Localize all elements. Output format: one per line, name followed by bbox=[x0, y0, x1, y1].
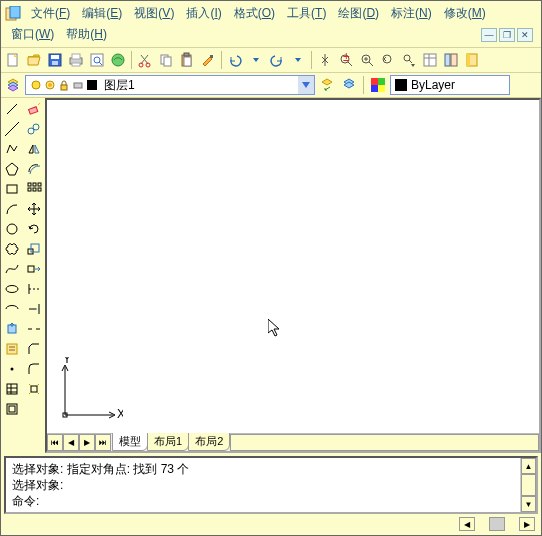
scroll-down-button[interactable]: ▼ bbox=[521, 496, 536, 512]
break-tool[interactable] bbox=[25, 320, 43, 338]
layer-combo[interactable]: 图层1 bbox=[25, 75, 315, 95]
menu-view[interactable]: 视图(V) bbox=[128, 3, 180, 24]
linetype-combo[interactable]: ByLayer bbox=[390, 75, 510, 95]
copy-tool[interactable] bbox=[25, 120, 43, 138]
polygon-tool[interactable] bbox=[3, 160, 21, 178]
tool-palettes-button[interactable] bbox=[462, 50, 482, 70]
arc-tool[interactable] bbox=[3, 200, 21, 218]
redo-button[interactable] bbox=[267, 50, 287, 70]
tab-model[interactable]: 模型 bbox=[112, 432, 148, 451]
menu-draw[interactable]: 绘图(D) bbox=[332, 3, 385, 24]
svg-rect-75 bbox=[28, 188, 31, 191]
menu-window[interactable]: 窗口(W) bbox=[5, 24, 60, 45]
menu-edit[interactable]: 编辑(E) bbox=[76, 3, 128, 24]
tab-last-button[interactable]: ⏭ bbox=[95, 434, 111, 451]
erase-tool[interactable] bbox=[25, 100, 43, 118]
open-button[interactable] bbox=[24, 50, 44, 70]
tab-next-button[interactable]: ▶ bbox=[79, 434, 95, 451]
color-control[interactable] bbox=[368, 75, 388, 95]
menu-dimension[interactable]: 标注(N) bbox=[385, 3, 438, 24]
undo-button[interactable] bbox=[225, 50, 245, 70]
rotate-tool[interactable] bbox=[25, 220, 43, 238]
zoom-dropdown[interactable] bbox=[399, 50, 419, 70]
paste-button[interactable] bbox=[177, 50, 197, 70]
command-history[interactable]: 选择对象: 指定对角点: 找到 73 个 选择对象: 命令: bbox=[6, 458, 520, 512]
svg-line-89 bbox=[29, 384, 31, 386]
xline-tool[interactable] bbox=[3, 120, 21, 138]
scroll-up-button[interactable]: ▲ bbox=[521, 458, 536, 474]
hscroll-track[interactable] bbox=[230, 434, 539, 451]
save-button[interactable] bbox=[45, 50, 65, 70]
fillet-tool[interactable] bbox=[25, 360, 43, 378]
undo-dropdown[interactable] bbox=[246, 50, 266, 70]
menu-help[interactable]: 帮助(H) bbox=[60, 24, 113, 45]
rectangle-tool[interactable] bbox=[3, 180, 21, 198]
tab-layout2[interactable]: 布局2 bbox=[188, 432, 230, 451]
menu-format[interactable]: 格式(O) bbox=[228, 3, 281, 24]
menu-modify[interactable]: 修改(M) bbox=[438, 3, 492, 24]
tab-prev-button[interactable]: ◀ bbox=[63, 434, 79, 451]
layer-states-button[interactable] bbox=[339, 75, 359, 95]
svg-text:Y: Y bbox=[63, 357, 71, 366]
revcloud-tool[interactable] bbox=[3, 240, 21, 258]
chevron-down-icon[interactable] bbox=[298, 76, 314, 94]
svg-rect-72 bbox=[28, 183, 31, 186]
trim-tool[interactable] bbox=[25, 280, 43, 298]
model-viewport[interactable]: Y X bbox=[47, 100, 539, 433]
cursor-icon bbox=[268, 319, 284, 339]
menu-tools[interactable]: 工具(T) bbox=[281, 3, 332, 24]
zoom-realtime-button[interactable]: ± bbox=[336, 50, 356, 70]
circle-tool[interactable] bbox=[3, 220, 21, 238]
extend-tool[interactable] bbox=[25, 300, 43, 318]
zoom-previous-button[interactable] bbox=[378, 50, 398, 70]
pan-button[interactable] bbox=[315, 50, 335, 70]
cut-button[interactable] bbox=[135, 50, 155, 70]
move-tool[interactable] bbox=[25, 200, 43, 218]
cmd-scroll-left[interactable]: ◀ bbox=[459, 517, 475, 531]
svg-rect-88 bbox=[31, 386, 37, 392]
tab-first-button[interactable]: ⏮ bbox=[47, 434, 63, 451]
properties-button[interactable] bbox=[420, 50, 440, 70]
menu-file[interactable]: 文件(F) bbox=[25, 3, 76, 24]
point-tool[interactable] bbox=[3, 360, 21, 378]
plot-button[interactable] bbox=[66, 50, 86, 70]
plot-preview-button[interactable] bbox=[87, 50, 107, 70]
restore-button[interactable]: ❐ bbox=[499, 28, 515, 42]
make-block-tool[interactable] bbox=[3, 340, 21, 358]
svg-point-57 bbox=[6, 286, 18, 293]
cmd-scroll-right[interactable]: ▶ bbox=[519, 517, 535, 531]
menu-bar: 文件(F) 编辑(E) 视图(V) 插入(I) 格式(O) 工具(T) 绘图(D… bbox=[1, 1, 541, 47]
svg-rect-39 bbox=[467, 54, 470, 66]
ellipse-arc-tool[interactable] bbox=[3, 300, 21, 318]
chamfer-tool[interactable] bbox=[25, 340, 43, 358]
layer-properties-button[interactable] bbox=[3, 75, 23, 95]
insert-block-tool[interactable] bbox=[3, 320, 21, 338]
menu-insert[interactable]: 插入(I) bbox=[180, 3, 227, 24]
minimize-button[interactable]: — bbox=[481, 28, 497, 42]
explode-tool[interactable] bbox=[25, 380, 43, 398]
scale-tool[interactable] bbox=[25, 240, 43, 258]
new-button[interactable] bbox=[3, 50, 23, 70]
offset-tool[interactable] bbox=[25, 160, 43, 178]
svg-point-40 bbox=[32, 81, 40, 89]
region-tool[interactable] bbox=[3, 400, 21, 418]
hatch-tool[interactable] bbox=[3, 380, 21, 398]
match-properties-button[interactable] bbox=[198, 50, 218, 70]
copy-button[interactable] bbox=[156, 50, 176, 70]
ellipse-tool[interactable] bbox=[3, 280, 21, 298]
tab-layout1[interactable]: 布局1 bbox=[147, 432, 189, 451]
design-center-button[interactable] bbox=[441, 50, 461, 70]
zoom-window-button[interactable] bbox=[357, 50, 377, 70]
mirror-tool[interactable] bbox=[25, 140, 43, 158]
redo-dropdown[interactable] bbox=[288, 50, 308, 70]
publish-button[interactable] bbox=[108, 50, 128, 70]
command-vscroll[interactable]: ▲ ▼ bbox=[520, 458, 536, 512]
array-tool[interactable] bbox=[25, 180, 43, 198]
stretch-tool[interactable] bbox=[25, 260, 43, 278]
close-button[interactable]: ✕ bbox=[517, 28, 533, 42]
spline-tool[interactable] bbox=[3, 260, 21, 278]
cmd-scroll-thumb[interactable] bbox=[489, 517, 505, 531]
line-tool[interactable] bbox=[3, 100, 21, 118]
polyline-tool[interactable] bbox=[3, 140, 21, 158]
layer-previous-button[interactable] bbox=[317, 75, 337, 95]
